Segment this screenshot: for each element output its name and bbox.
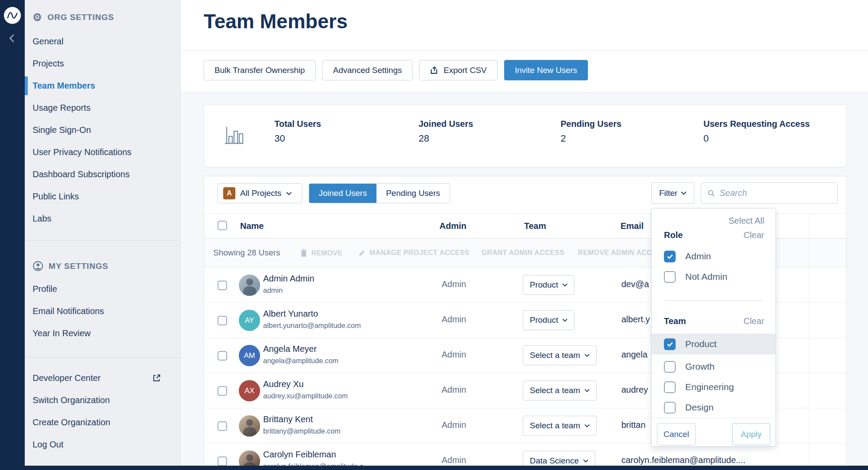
checkbox[interactable] [664, 381, 676, 393]
checkbox[interactable] [664, 338, 676, 350]
cancel-button[interactable]: Cancel [657, 423, 696, 445]
stat-label: Joined Users [419, 119, 473, 129]
role-clear-link[interactable]: Clear [743, 230, 764, 240]
filter-option-admin[interactable]: Admin [652, 246, 776, 267]
table-column-divider [808, 213, 809, 470]
pencil-icon [358, 249, 366, 257]
sidebar-item-team-members[interactable]: Team Members [25, 75, 180, 97]
user-subtext: angela@amplitude.com [263, 357, 339, 365]
checkbox[interactable] [664, 361, 676, 373]
sidebar-item-public-links[interactable]: Public Links [25, 185, 180, 208]
team-dropdown[interactable]: Product [523, 310, 574, 330]
column-header-admin: Admin [439, 221, 466, 231]
sidebar-item-profile[interactable]: Profile [25, 278, 180, 300]
page-actions: Bulk Transfer Ownership Advanced Setting… [204, 60, 588, 80]
filter-option-label: Admin [685, 251, 711, 261]
filter-option-design[interactable]: Design [652, 397, 776, 418]
sidebar-divider [25, 240, 180, 241]
filter-option-label: Product [685, 339, 716, 349]
org-settings-label: ORG SETTINGS [47, 13, 114, 22]
invite-new-users-button[interactable]: Invite New Users [504, 60, 588, 80]
user-subtext: audrey.xu@amplitude.com [263, 392, 348, 400]
select-all-link[interactable]: Select All [729, 216, 764, 226]
checkbox[interactable] [664, 251, 676, 262]
row-checkbox[interactable] [218, 281, 227, 290]
sidebar-item-single-sign-on[interactable]: Single Sign-On [25, 119, 180, 141]
team-clear-link[interactable]: Clear [743, 316, 764, 326]
team-dropdown-label: Product [530, 280, 558, 290]
tab-pending-users[interactable]: Pending Users [376, 184, 450, 203]
bottom-window-strip [0, 466, 868, 470]
user-stats-card: Total Users 30 Joined Users 28 Pending U… [204, 104, 847, 167]
amplitude-wave-icon [7, 10, 18, 21]
sidebar-item-log-out[interactable]: Log Out [25, 434, 180, 456]
team-dropdown-label: Data Science [530, 456, 579, 466]
team-section-header: Team Clear [664, 316, 764, 326]
remove-admin-access-action[interactable]: REMOVE ADMIN ACC [578, 249, 652, 257]
sidebar-item-year-in-review[interactable]: Year In Review [25, 322, 180, 344]
row-checkbox[interactable] [218, 316, 227, 325]
row-checkbox[interactable] [218, 386, 227, 396]
team-dropdown[interactable]: Select a team [523, 381, 597, 400]
sidebar-item-user-privacy-notifications[interactable]: User Privacy Notifications [25, 141, 180, 163]
role-section-title: Role [664, 230, 683, 240]
sidebar-divider [25, 357, 180, 357]
filter-option-not-admin[interactable]: Not Admin [652, 266, 776, 287]
sidebar-item-dashboard-subscriptions[interactable]: Dashboard Subscriptions [25, 163, 180, 185]
check-icon [667, 342, 673, 347]
email-cell: dev@a [621, 279, 649, 289]
tab-joined-users[interactable]: Joined Users [309, 184, 376, 203]
sidebar-footer-nav: Developer Center Switch Organization Cre… [25, 367, 180, 456]
sidebar-item-labs[interactable]: Labs [25, 208, 180, 230]
sidebar-item-switch-organization[interactable]: Switch Organization [25, 389, 180, 411]
manage-project-access-action[interactable]: MANAGE PROJECT ACCESS [358, 249, 469, 257]
export-csv-button[interactable]: Export CSV [419, 60, 497, 80]
sidebar-item-developer-center[interactable]: Developer Center [25, 367, 180, 389]
sidebar-item-usage-reports[interactable]: Usage Reports [25, 97, 180, 119]
project-selector[interactable]: A All Projects [218, 183, 302, 203]
person-icon [33, 261, 43, 271]
apply-button[interactable]: Apply [732, 423, 770, 445]
advanced-settings-button[interactable]: Advanced Settings [322, 60, 413, 80]
filter-dropdown-panel: Select All Role Clear Admin Not Admin Te… [651, 208, 776, 447]
collapse-sidebar-button[interactable] [8, 34, 16, 44]
avatar: AX [239, 380, 260, 401]
sidebar-item-general[interactable]: General [25, 30, 180, 53]
filter-option-growth[interactable]: Growth [652, 356, 776, 377]
grant-admin-access-action[interactable]: GRANT ADMIN ACCESS [482, 249, 564, 257]
gear-icon: ⚙ [33, 12, 42, 23]
stat-value: 0 [703, 133, 709, 144]
select-all-checkbox[interactable] [218, 221, 227, 230]
role-section-header: Role Clear [664, 230, 764, 240]
email-cell: angela [621, 350, 647, 360]
filter-button[interactable]: Filter [651, 182, 694, 204]
my-settings-section-header: MY SETTINGS [33, 261, 108, 271]
sidebar-item-projects[interactable]: Projects [25, 53, 180, 75]
chevron-down-icon [681, 191, 686, 195]
team-dropdown[interactable]: Select a team [523, 416, 597, 436]
row-checkbox[interactable] [218, 351, 227, 361]
team-dropdown[interactable]: Product [523, 275, 574, 295]
stat-value: 2 [561, 133, 566, 144]
email-cell: audrey [621, 385, 648, 395]
checkbox[interactable] [664, 402, 676, 414]
amplitude-logo[interactable] [4, 7, 21, 24]
team-dropdown[interactable]: Select a team [523, 345, 597, 365]
row-checkbox[interactable] [218, 421, 227, 431]
remove-action[interactable]: REMOVE [300, 249, 343, 257]
external-link-icon [152, 374, 161, 383]
filter-option-product[interactable]: Product [652, 334, 776, 354]
filter-option-engineering[interactable]: Engineering [652, 377, 776, 397]
checkbox[interactable] [664, 271, 676, 283]
sidebar-item-email-notifications[interactable]: Email Notifications [25, 300, 180, 322]
bulk-transfer-ownership-button[interactable]: Bulk Transfer Ownership [204, 60, 316, 80]
page-title: Team Members [204, 10, 348, 33]
search-input[interactable] [719, 188, 831, 198]
user-name: Albert Yunarto [263, 309, 318, 319]
user-name: Carolyn Feibleman [263, 450, 336, 460]
filter-section-divider [665, 300, 762, 301]
row-checkbox[interactable] [218, 457, 227, 466]
email-cell: albert.y [621, 314, 650, 324]
user-subtext: albert.yunarto@amplitude.com [263, 321, 361, 330]
sidebar-item-create-organization[interactable]: Create Organization [25, 411, 180, 434]
